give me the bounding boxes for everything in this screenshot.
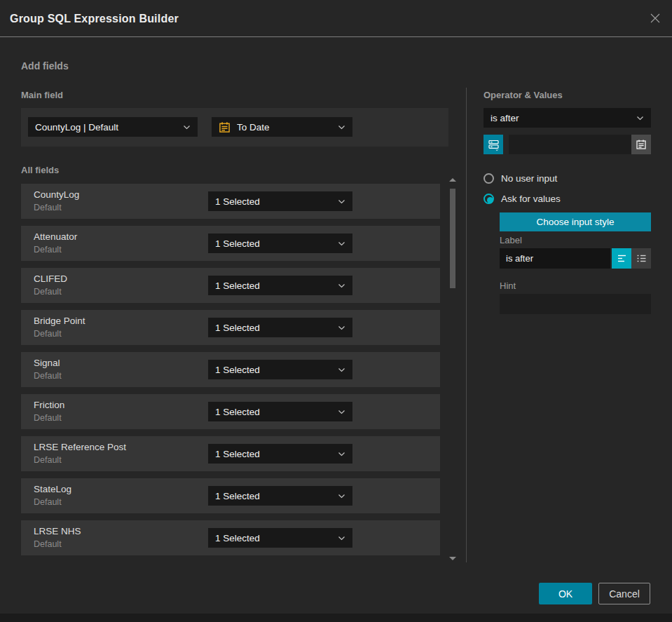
field-selection-select[interactable]: 1 Selected bbox=[208, 276, 352, 295]
chevron-down-icon bbox=[338, 410, 345, 414]
field-selection-value: 1 Selected bbox=[215, 449, 334, 459]
chevron-down-icon bbox=[338, 283, 345, 288]
operator-select-value: is after bbox=[491, 113, 632, 123]
scrollbar-down-arrow[interactable] bbox=[449, 557, 456, 560]
field-subtitle: Default bbox=[34, 245, 62, 255]
choose-input-style-button[interactable]: Choose input style bbox=[500, 212, 651, 231]
chevron-down-icon bbox=[338, 125, 345, 130]
radio-label: Ask for values bbox=[501, 194, 561, 204]
scrollbar-thumb[interactable] bbox=[450, 189, 455, 288]
radio-label: No user input bbox=[501, 173, 557, 184]
chevron-down-icon bbox=[636, 116, 644, 121]
field-selection-value: 1 Selected bbox=[215, 280, 334, 291]
field-row: LRSE NHS Default 1 Selected bbox=[21, 520, 440, 555]
value-input-type-button[interactable] bbox=[484, 135, 503, 154]
calendar-icon bbox=[636, 139, 647, 150]
main-field-select[interactable]: CountyLog | Default bbox=[28, 117, 198, 137]
chevron-down-icon bbox=[338, 494, 345, 499]
chevron-down-icon bbox=[183, 125, 191, 130]
single-line-style-toggle[interactable] bbox=[612, 248, 631, 269]
close-icon bbox=[649, 12, 661, 25]
group-sql-expression-builder-dialog: Group SQL Expression Builder Add fields … bbox=[0, 0, 672, 614]
field-name: Bridge Point bbox=[34, 316, 85, 326]
chevron-down-icon bbox=[338, 199, 345, 204]
field-subtitle: Default bbox=[34, 413, 62, 423]
label-field-label: Label bbox=[500, 235, 522, 245]
cancel-button[interactable]: Cancel bbox=[598, 583, 650, 604]
field-subtitle: Default bbox=[34, 455, 62, 465]
field-selection-value: 1 Selected bbox=[215, 196, 334, 207]
field-selection-select[interactable]: 1 Selected bbox=[208, 528, 352, 548]
field-selection-value: 1 Selected bbox=[215, 323, 334, 333]
field-name: Attenuator bbox=[34, 231, 77, 242]
field-subtitle: Default bbox=[34, 287, 62, 297]
field-selection-value: 1 Selected bbox=[215, 491, 334, 501]
scrollbar-up-arrow[interactable] bbox=[449, 178, 456, 182]
panel-divider bbox=[466, 88, 467, 562]
field-name: StateLog bbox=[34, 484, 71, 494]
bulleted-list-icon bbox=[636, 253, 647, 264]
list-style-toggle[interactable] bbox=[631, 248, 651, 269]
operator-select[interactable]: is after bbox=[484, 108, 651, 128]
chevron-down-icon bbox=[338, 367, 345, 372]
operator-values-heading: Operator & Values bbox=[484, 90, 563, 100]
field-selection-select[interactable]: 1 Selected bbox=[208, 318, 352, 337]
stacked-values-icon bbox=[488, 139, 500, 151]
main-field-date-select[interactable]: To Date bbox=[212, 117, 352, 137]
chevron-down-icon bbox=[338, 241, 345, 246]
close-button[interactable] bbox=[647, 11, 663, 26]
dialog-titlebar: Group SQL Expression Builder bbox=[0, 0, 672, 37]
label-input[interactable] bbox=[500, 248, 610, 269]
field-selection-select[interactable]: 1 Selected bbox=[208, 234, 352, 253]
radio-ask-for-values[interactable]: Ask for values bbox=[484, 192, 561, 205]
chevron-down-icon bbox=[338, 536, 345, 541]
field-name: Friction bbox=[34, 400, 64, 410]
field-subtitle: Default bbox=[34, 371, 62, 381]
main-field-container: CountyLog | Default To Date bbox=[21, 108, 448, 147]
all-fields-heading: All fields bbox=[21, 165, 59, 175]
field-row: LRSE Reference Post Default 1 Selected bbox=[21, 436, 440, 471]
radio-circle bbox=[484, 173, 494, 184]
main-field-heading: Main field bbox=[21, 90, 63, 100]
chevron-down-icon bbox=[338, 325, 345, 330]
field-name: CLIFED bbox=[34, 273, 67, 284]
date-picker-button[interactable] bbox=[631, 135, 651, 154]
field-name: LRSE Reference Post bbox=[34, 442, 126, 452]
calendar-icon bbox=[219, 121, 231, 133]
dialog-title: Group SQL Expression Builder bbox=[10, 0, 179, 37]
value-input[interactable] bbox=[509, 135, 631, 154]
field-row: Bridge Point Default 1 Selected bbox=[21, 310, 440, 345]
field-name: LRSE NHS bbox=[34, 526, 81, 536]
radio-circle bbox=[484, 194, 494, 204]
radio-no-user-input[interactable]: No user input bbox=[484, 172, 557, 184]
field-selection-value: 1 Selected bbox=[215, 238, 334, 249]
field-selection-select[interactable]: 1 Selected bbox=[208, 360, 352, 379]
field-selection-select[interactable]: 1 Selected bbox=[208, 191, 352, 211]
ok-button[interactable]: OK bbox=[539, 583, 592, 604]
field-selection-value: 1 Selected bbox=[215, 365, 334, 375]
hint-input[interactable] bbox=[500, 294, 651, 314]
field-name: Signal bbox=[34, 358, 60, 368]
add-fields-heading: Add fields bbox=[21, 60, 69, 72]
hint-field-label: Hint bbox=[500, 280, 516, 291]
field-subtitle: Default bbox=[34, 539, 62, 549]
field-selection-value: 1 Selected bbox=[215, 407, 334, 417]
field-selection-select[interactable]: 1 Selected bbox=[208, 402, 352, 421]
chevron-down-icon bbox=[338, 452, 345, 457]
align-left-icon bbox=[617, 253, 627, 264]
field-subtitle: Default bbox=[34, 329, 62, 339]
field-row: CountyLog Default 1 Selected bbox=[21, 184, 440, 219]
main-field-date-select-value: To Date bbox=[237, 122, 334, 133]
field-row: Friction Default 1 Selected bbox=[21, 394, 440, 429]
field-name: CountyLog bbox=[34, 189, 79, 200]
field-selection-select[interactable]: 1 Selected bbox=[208, 444, 352, 464]
field-selection-value: 1 Selected bbox=[215, 533, 334, 543]
field-row: StateLog Default 1 Selected bbox=[21, 478, 440, 513]
field-row: Attenuator Default 1 Selected bbox=[21, 226, 440, 261]
field-subtitle: Default bbox=[34, 497, 62, 507]
field-subtitle: Default bbox=[34, 203, 62, 212]
main-field-select-value: CountyLog | Default bbox=[35, 122, 179, 133]
field-row: CLIFED Default 1 Selected bbox=[21, 268, 440, 303]
field-selection-select[interactable]: 1 Selected bbox=[208, 486, 352, 506]
field-row: Signal Default 1 Selected bbox=[21, 352, 440, 387]
